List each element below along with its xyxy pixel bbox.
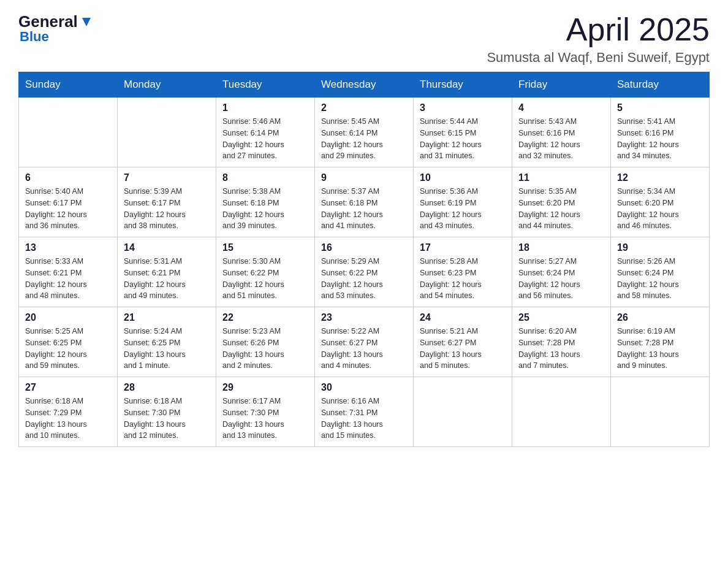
- calendar-cell: 25Sunrise: 6:20 AM Sunset: 7:28 PM Dayli…: [512, 307, 611, 377]
- day-number: 24: [420, 312, 506, 323]
- calendar-cell: 28Sunrise: 6:18 AM Sunset: 7:30 PM Dayli…: [118, 377, 216, 447]
- day-info: Sunrise: 6:19 AM Sunset: 7:28 PM Dayligh…: [617, 326, 703, 372]
- day-info: Sunrise: 5:25 AM Sunset: 6:25 PM Dayligh…: [25, 326, 111, 372]
- day-info: Sunrise: 5:38 AM Sunset: 6:18 PM Dayligh…: [222, 186, 308, 232]
- day-info: Sunrise: 5:37 AM Sunset: 6:18 PM Dayligh…: [321, 186, 407, 232]
- calendar-cell: 1Sunrise: 5:46 AM Sunset: 6:14 PM Daylig…: [216, 98, 315, 167]
- day-number: 29: [222, 382, 308, 393]
- calendar-cell: [512, 377, 611, 447]
- column-header-thursday: Thursday: [414, 72, 512, 98]
- calendar-cell: 14Sunrise: 5:31 AM Sunset: 6:21 PM Dayli…: [118, 237, 216, 307]
- calendar-cell: 20Sunrise: 5:25 AM Sunset: 6:25 PM Dayli…: [19, 307, 118, 377]
- day-info: Sunrise: 5:39 AM Sunset: 6:17 PM Dayligh…: [124, 186, 210, 232]
- day-number: 23: [321, 312, 407, 323]
- day-info: Sunrise: 5:22 AM Sunset: 6:27 PM Dayligh…: [321, 326, 407, 372]
- calendar-cell: 15Sunrise: 5:30 AM Sunset: 6:22 PM Dayli…: [216, 237, 315, 307]
- day-number: 8: [222, 172, 308, 183]
- day-number: 12: [617, 172, 703, 183]
- day-number: 5: [617, 102, 703, 113]
- column-header-sunday: Sunday: [19, 72, 118, 98]
- day-info: Sunrise: 5:44 AM Sunset: 6:15 PM Dayligh…: [420, 116, 506, 162]
- calendar-cell: 24Sunrise: 5:21 AM Sunset: 6:27 PM Dayli…: [414, 307, 512, 377]
- calendar-cell: 3Sunrise: 5:44 AM Sunset: 6:15 PM Daylig…: [414, 98, 512, 167]
- calendar-cell: 4Sunrise: 5:43 AM Sunset: 6:16 PM Daylig…: [512, 98, 611, 167]
- day-number: 21: [124, 312, 210, 323]
- day-info: Sunrise: 5:36 AM Sunset: 6:19 PM Dayligh…: [420, 186, 506, 232]
- calendar-cell: 29Sunrise: 6:17 AM Sunset: 7:30 PM Dayli…: [216, 377, 315, 447]
- calendar-cell: [118, 98, 216, 167]
- calendar-week-row: 6Sunrise: 5:40 AM Sunset: 6:17 PM Daylig…: [19, 167, 710, 237]
- calendar-cell: [19, 98, 118, 167]
- calendar-cell: 17Sunrise: 5:28 AM Sunset: 6:23 PM Dayli…: [414, 237, 512, 307]
- day-number: 3: [420, 102, 506, 113]
- day-number: 19: [617, 242, 703, 253]
- logo-blue-text: Blue: [18, 29, 49, 45]
- column-header-tuesday: Tuesday: [216, 72, 315, 98]
- day-number: 6: [25, 172, 111, 183]
- day-number: 25: [518, 312, 604, 323]
- day-number: 9: [321, 172, 407, 183]
- day-info: Sunrise: 5:31 AM Sunset: 6:21 PM Dayligh…: [124, 256, 210, 302]
- calendar-cell: 10Sunrise: 5:36 AM Sunset: 6:19 PM Dayli…: [414, 167, 512, 237]
- calendar-cell: 13Sunrise: 5:33 AM Sunset: 6:21 PM Dayli…: [19, 237, 118, 307]
- day-number: 2: [321, 102, 407, 113]
- day-number: 22: [222, 312, 308, 323]
- svg-marker-0: [82, 18, 91, 26]
- day-info: Sunrise: 5:34 AM Sunset: 6:20 PM Dayligh…: [617, 186, 703, 232]
- day-info: Sunrise: 5:41 AM Sunset: 6:16 PM Dayligh…: [617, 116, 703, 162]
- day-number: 7: [124, 172, 210, 183]
- day-number: 15: [222, 242, 308, 253]
- day-number: 26: [617, 312, 703, 323]
- day-number: 1: [222, 102, 308, 113]
- day-number: 17: [420, 242, 506, 253]
- calendar-cell: 12Sunrise: 5:34 AM Sunset: 6:20 PM Dayli…: [611, 167, 710, 237]
- day-info: Sunrise: 5:26 AM Sunset: 6:24 PM Dayligh…: [617, 256, 703, 302]
- column-header-wednesday: Wednesday: [315, 72, 414, 98]
- day-info: Sunrise: 5:46 AM Sunset: 6:14 PM Dayligh…: [222, 116, 308, 162]
- day-number: 14: [124, 242, 210, 253]
- day-number: 16: [321, 242, 407, 253]
- day-info: Sunrise: 5:40 AM Sunset: 6:17 PM Dayligh…: [25, 186, 111, 232]
- calendar-cell: 23Sunrise: 5:22 AM Sunset: 6:27 PM Dayli…: [315, 307, 414, 377]
- calendar-cell: 19Sunrise: 5:26 AM Sunset: 6:24 PM Dayli…: [611, 237, 710, 307]
- column-header-friday: Friday: [512, 72, 611, 98]
- day-number: 18: [518, 242, 604, 253]
- calendar-cell: 16Sunrise: 5:29 AM Sunset: 6:22 PM Dayli…: [315, 237, 414, 307]
- day-info: Sunrise: 5:21 AM Sunset: 6:27 PM Dayligh…: [420, 326, 506, 372]
- calendar-cell: 8Sunrise: 5:38 AM Sunset: 6:18 PM Daylig…: [216, 167, 315, 237]
- calendar-cell: 6Sunrise: 5:40 AM Sunset: 6:17 PM Daylig…: [19, 167, 118, 237]
- calendar-cell: 18Sunrise: 5:27 AM Sunset: 6:24 PM Dayli…: [512, 237, 611, 307]
- day-info: Sunrise: 5:24 AM Sunset: 6:25 PM Dayligh…: [124, 326, 210, 372]
- calendar-cell: 30Sunrise: 6:16 AM Sunset: 7:31 PM Dayli…: [315, 377, 414, 447]
- day-info: Sunrise: 5:29 AM Sunset: 6:22 PM Dayligh…: [321, 256, 407, 302]
- day-number: 11: [518, 172, 604, 183]
- calendar-cell: [414, 377, 512, 447]
- calendar-cell: 11Sunrise: 5:35 AM Sunset: 6:20 PM Dayli…: [512, 167, 611, 237]
- day-info: Sunrise: 6:18 AM Sunset: 7:29 PM Dayligh…: [25, 396, 111, 442]
- calendar-cell: 9Sunrise: 5:37 AM Sunset: 6:18 PM Daylig…: [315, 167, 414, 237]
- calendar-week-row: 1Sunrise: 5:46 AM Sunset: 6:14 PM Daylig…: [19, 98, 710, 167]
- day-info: Sunrise: 5:43 AM Sunset: 6:16 PM Dayligh…: [518, 116, 604, 162]
- day-info: Sunrise: 5:35 AM Sunset: 6:20 PM Dayligh…: [518, 186, 604, 232]
- calendar-header-right: April 2025 Sumusta al Waqf, Beni Suweif,…: [487, 12, 710, 66]
- calendar-cell: 21Sunrise: 5:24 AM Sunset: 6:25 PM Dayli…: [118, 307, 216, 377]
- day-info: Sunrise: 6:16 AM Sunset: 7:31 PM Dayligh…: [321, 396, 407, 442]
- day-number: 30: [321, 382, 407, 393]
- logo: General Blue: [18, 12, 93, 45]
- day-info: Sunrise: 5:27 AM Sunset: 6:24 PM Dayligh…: [518, 256, 604, 302]
- calendar-cell: 26Sunrise: 6:19 AM Sunset: 7:28 PM Dayli…: [611, 307, 710, 377]
- calendar-header-row: SundayMondayTuesdayWednesdayThursdayFrid…: [19, 72, 710, 98]
- day-info: Sunrise: 5:45 AM Sunset: 6:14 PM Dayligh…: [321, 116, 407, 162]
- column-header-monday: Monday: [118, 72, 216, 98]
- calendar-cell: [611, 377, 710, 447]
- calendar-cell: 2Sunrise: 5:45 AM Sunset: 6:14 PM Daylig…: [315, 98, 414, 167]
- calendar-cell: 22Sunrise: 5:23 AM Sunset: 6:26 PM Dayli…: [216, 307, 315, 377]
- calendar-cell: 5Sunrise: 5:41 AM Sunset: 6:16 PM Daylig…: [611, 98, 710, 167]
- calendar-cell: 7Sunrise: 5:39 AM Sunset: 6:17 PM Daylig…: [118, 167, 216, 237]
- calendar-week-row: 20Sunrise: 5:25 AM Sunset: 6:25 PM Dayli…: [19, 307, 710, 377]
- day-number: 27: [25, 382, 111, 393]
- day-number: 20: [25, 312, 111, 323]
- calendar-table: SundayMondayTuesdayWednesdayThursdayFrid…: [18, 72, 710, 447]
- day-info: Sunrise: 5:33 AM Sunset: 6:21 PM Dayligh…: [25, 256, 111, 302]
- page-header: General Blue April 2025 Sumusta al Waqf,…: [18, 12, 710, 66]
